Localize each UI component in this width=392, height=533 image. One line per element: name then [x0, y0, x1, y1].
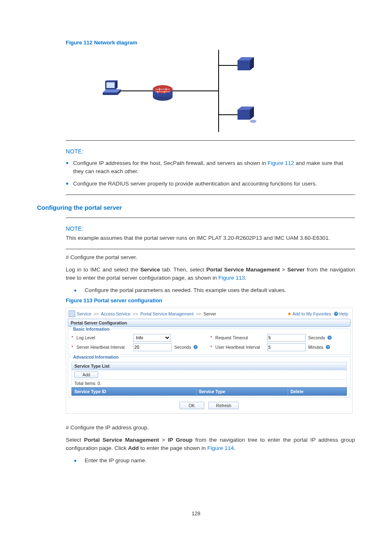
crumb-sep: >> — [94, 311, 99, 316]
server-heartbeat-input[interactable] — [133, 343, 172, 351]
txt: to enter the page shown in — [139, 445, 208, 451]
step-configure-ip-group: # Configure the IP address group. — [66, 424, 355, 432]
seconds-unit: Seconds — [308, 335, 325, 340]
log-level-label: Log Level — [76, 335, 131, 340]
svg-marker-18 — [116, 80, 118, 89]
help-label: Help — [339, 311, 348, 316]
col-service-type-id: Service Type ID — [72, 388, 196, 395]
request-timeout-label: Request Timeout — [215, 335, 265, 340]
advanced-info-legend: Advanced Information — [71, 355, 120, 359]
add-to-favorites-link[interactable]: ★Add to My Favorites — [287, 311, 331, 317]
note1-bullet1: Configure IP addresses for the host, Sec… — [73, 157, 355, 175]
paragraph-login-imc: Log in to IMC and select the Service tab… — [66, 266, 355, 283]
star-icon: ★ — [287, 311, 292, 317]
refresh-button[interactable]: Refresh — [208, 402, 239, 409]
bullet-configure-params: Configure the portal parameters as neede… — [74, 286, 355, 294]
col-delete: Delete — [288, 388, 346, 395]
required-icon: * — [71, 335, 73, 340]
user-heartbeat-label: User Heartbeat Interval — [215, 345, 265, 350]
required-icon: * — [71, 345, 73, 350]
svg-marker-10 — [238, 110, 250, 120]
crumb-service[interactable]: Service — [77, 311, 91, 316]
bold: Add — [128, 445, 139, 451]
help-icon[interactable]: ? — [326, 345, 330, 349]
required-icon: * — [210, 335, 212, 340]
note-label: NOTE: — [66, 148, 355, 155]
seconds-unit: Seconds — [174, 345, 191, 350]
figure-113-caption: Figure 113 Portal server configuration — [66, 297, 355, 304]
note1-b1-prefix: Configure IP addresses for the host, Sec… — [73, 160, 267, 166]
figure-113-link[interactable]: Figure 113 — [218, 275, 245, 281]
panel-title: Portal Server Configuration — [68, 319, 350, 327]
note-block-1: NOTE: Configure IP addresses for the hos… — [66, 148, 355, 188]
fav-label: Add to My Favorites — [293, 311, 331, 316]
server-heartbeat-label: Server Heartbeat Interval — [76, 345, 131, 350]
bold: Portal Service Management — [84, 437, 159, 443]
crumb-portal-svc-mgmt[interactable]: Portal Service Management — [140, 311, 194, 316]
help-link[interactable]: ?Help — [334, 311, 348, 316]
col-service-type: Service Type — [196, 388, 288, 395]
bold: Portal Service Management — [206, 266, 280, 273]
txt: . — [234, 445, 235, 451]
minutes-unit: Minutes — [308, 345, 323, 350]
section-heading: Configuring the portal server — [37, 204, 355, 211]
rule — [66, 218, 355, 218]
txt: Log in to IMC and select the — [66, 266, 140, 273]
crumb-access-service[interactable]: Access Service — [101, 311, 131, 316]
note-label: NOTE: — [66, 225, 355, 232]
figure-114-link[interactable]: Figure 114 — [207, 445, 234, 451]
txt: . — [245, 275, 247, 281]
txt: Select — [66, 437, 84, 443]
svg-marker-5 — [238, 60, 250, 70]
help-icon: ? — [334, 312, 338, 316]
bold: Server — [287, 266, 304, 273]
advanced-info-fieldset: Advanced Information Service Type List A… — [68, 357, 350, 398]
basic-info-fieldset: Basic Information * Log Level Info * Req… — [68, 329, 350, 355]
request-timeout-input[interactable] — [267, 334, 306, 342]
breadcrumb: Service >> Access Service >> Portal Serv… — [77, 311, 287, 316]
note1-bullet2: Configure the RADIUS server properly to … — [73, 178, 355, 188]
svg-marker-17 — [106, 82, 115, 88]
paragraph-ip-group: Select Portal Service Management > IP Gr… — [66, 436, 355, 453]
rule — [66, 195, 355, 195]
page-icon — [69, 311, 75, 317]
help-icon[interactable]: ? — [194, 345, 198, 349]
svg-marker-19 — [105, 80, 118, 81]
bold: Service — [140, 266, 160, 273]
ok-button[interactable]: OK — [180, 402, 204, 409]
txt: > — [280, 266, 287, 273]
svg-marker-14 — [103, 93, 118, 95]
imc-screenshot: Service >> Access Service >> Portal Serv… — [66, 308, 353, 414]
network-diagram — [82, 50, 288, 132]
txt: tab. Then, select — [160, 266, 207, 273]
figure-112-caption: Figure 112 Network diagram — [66, 39, 355, 46]
required-icon: * — [210, 345, 212, 350]
note-block-2: NOTE: This example assumes that the port… — [66, 225, 355, 242]
crumb-sep: >> — [133, 311, 138, 316]
note2-text: This example assumes that the portal ser… — [66, 234, 355, 242]
crumb-server: Server — [203, 311, 216, 316]
user-heartbeat-input[interactable] — [267, 343, 306, 351]
bold: IP Group — [168, 437, 193, 443]
table-header: Service Type ID Service Type Delete — [71, 387, 347, 396]
help-icon[interactable]: ? — [327, 336, 332, 340]
crumb-sep: >> — [196, 311, 201, 316]
add-button[interactable]: Add — [74, 371, 98, 378]
service-type-list-header: Service Type List — [71, 362, 347, 370]
rule — [66, 249, 355, 249]
txt: > — [159, 437, 168, 443]
rule — [66, 140, 355, 141]
bullet-enter-ip-name: Enter the IP group name. — [74, 457, 355, 465]
figure-112-link[interactable]: Figure 112 — [267, 160, 294, 166]
log-level-select[interactable]: Info — [133, 334, 171, 342]
svg-point-11 — [250, 120, 256, 123]
step-configure-portal: # Configure the portal server. — [66, 253, 355, 262]
total-items: Total Items: 0. — [71, 380, 347, 387]
page-number: 128 — [0, 510, 392, 517]
basic-info-legend: Basic Information — [71, 327, 111, 331]
